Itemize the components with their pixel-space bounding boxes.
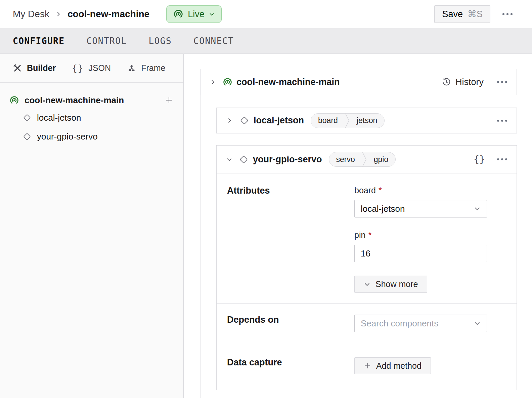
breadcrumb-chevron-icon xyxy=(55,11,61,17)
viam-signal-icon xyxy=(173,9,183,19)
component-diamond-icon xyxy=(23,132,31,141)
machine-part-title: cool-new-machine-main xyxy=(236,77,340,87)
collapse-chevron-icon[interactable] xyxy=(226,156,232,163)
component-card-your-gpio-servo: your-gpio-servo servo gpio {} Attributes… xyxy=(216,145,517,390)
attributes-section: Attributes board * local-jetson pin xyxy=(217,173,517,304)
data-capture-section: Data capture Add method xyxy=(217,345,517,390)
show-more-button[interactable]: Show more xyxy=(354,276,427,293)
chevron-down-icon xyxy=(209,11,215,17)
edit-json-braces-icon[interactable]: {} xyxy=(474,154,485,165)
mode-frame-label: Frame xyxy=(141,63,165,73)
tree-connector-line xyxy=(201,95,201,398)
braces-icon: {} xyxy=(72,63,84,73)
depends-on-select[interactable]: Search components xyxy=(354,315,487,332)
component-type-pill: board jetson xyxy=(311,113,385,128)
add-component-icon[interactable] xyxy=(164,95,174,105)
mode-json-label: JSON xyxy=(88,63,111,73)
component-name: local-jetson xyxy=(254,115,304,126)
main-tab-bar: CONFIGURE CONTROL LOGS CONNECT xyxy=(0,28,532,54)
tab-connect[interactable]: CONNECT xyxy=(193,36,234,46)
history-button-label: History xyxy=(455,77,484,87)
breadcrumb-machine-name: cool-new-machine xyxy=(68,9,149,19)
component-model: jetson xyxy=(350,116,384,125)
plus-icon xyxy=(364,362,371,369)
config-content: cool-new-machine-main History xyxy=(184,54,532,398)
builder-tools-icon xyxy=(13,64,22,73)
depends-on-heading: Depends on xyxy=(227,315,354,332)
chevron-down-icon xyxy=(474,205,481,212)
add-method-button[interactable]: Add method xyxy=(354,357,431,374)
component-card-local-jetson: local-jetson board jetson xyxy=(216,108,517,133)
component-card-header: your-gpio-servo servo gpio {} xyxy=(217,146,517,173)
pin-field-label: pin * xyxy=(354,230,371,240)
history-button[interactable]: History xyxy=(442,77,484,87)
breadcrumb-parent[interactable]: My Desk xyxy=(13,9,49,19)
component-diamond-icon xyxy=(23,114,31,122)
mode-builder-label: Builder xyxy=(27,63,56,73)
save-button[interactable]: Save ⌘S xyxy=(434,5,490,23)
chevron-down-icon xyxy=(474,320,481,327)
expand-chevron-icon[interactable] xyxy=(226,117,233,124)
board-select[interactable]: local-jetson xyxy=(354,200,487,217)
data-capture-heading: Data capture xyxy=(227,357,354,390)
tree-root-label: cool-new-machine-main xyxy=(25,95,124,106)
tab-logs[interactable]: LOGS xyxy=(148,36,172,46)
attributes-heading: Attributes xyxy=(227,186,354,293)
board-field-label: board * xyxy=(354,186,382,195)
depends-on-section: Depends on Search components xyxy=(217,304,517,345)
mode-json[interactable]: {} JSON xyxy=(72,63,111,73)
component-type-pill: servo gpio xyxy=(329,152,396,167)
save-button-label: Save xyxy=(442,9,463,19)
tree-child-label: local-jetson xyxy=(37,113,81,123)
add-method-label: Add method xyxy=(376,361,422,371)
live-badge-label: Live xyxy=(188,9,205,19)
component-model: gpio xyxy=(367,155,395,164)
tree-item-machine-main[interactable]: cool-new-machine-main xyxy=(9,92,174,108)
view-mode-toolbar: Builder {} JSON Frame xyxy=(0,54,183,83)
board-select-value: local-jetson xyxy=(361,204,405,214)
tree-item-local-jetson[interactable]: local-jetson xyxy=(9,108,174,127)
history-clock-icon xyxy=(442,77,451,87)
pill-divider-icon xyxy=(345,113,350,128)
expand-chevron-icon[interactable] xyxy=(210,79,216,85)
top-bar: My Desk cool-new-machine Live Save ⌘S xyxy=(0,0,532,28)
config-sidebar: Builder {} JSON Frame xyxy=(0,54,184,398)
required-asterisk: * xyxy=(368,230,371,240)
component-diamond-icon xyxy=(240,116,249,125)
machine-card-menu-icon[interactable] xyxy=(496,79,508,85)
frame-axes-icon xyxy=(127,64,136,73)
tab-configure[interactable]: CONFIGURE xyxy=(13,36,64,46)
pill-divider-icon xyxy=(362,152,367,167)
component-name: your-gpio-servo xyxy=(253,154,322,165)
component-type: board xyxy=(311,116,345,125)
mode-frame[interactable]: Frame xyxy=(127,63,165,73)
component-card-menu-icon[interactable] xyxy=(496,156,508,162)
component-type: servo xyxy=(329,155,362,164)
tree-child-label: your-gpio-servo xyxy=(37,131,98,142)
component-diamond-icon xyxy=(239,155,248,164)
viam-signal-icon xyxy=(9,95,19,105)
required-asterisk: * xyxy=(379,186,382,195)
pin-input[interactable] xyxy=(354,245,487,262)
component-card-menu-icon[interactable] xyxy=(496,118,508,124)
topbar-overflow-menu-icon[interactable] xyxy=(502,11,513,17)
viam-signal-icon xyxy=(223,77,232,87)
save-shortcut-hint: ⌘S xyxy=(468,9,483,19)
mode-builder[interactable]: Builder xyxy=(13,63,56,73)
show-more-label: Show more xyxy=(375,279,418,289)
depends-on-placeholder: Search components xyxy=(361,318,438,329)
live-status-dropdown[interactable]: Live xyxy=(166,5,222,23)
machine-part-card: cool-new-machine-main History xyxy=(201,69,517,95)
chevron-down-icon xyxy=(364,281,370,288)
tab-control[interactable]: CONTROL xyxy=(86,36,127,46)
tree-item-your-gpio-servo[interactable]: your-gpio-servo xyxy=(9,127,174,146)
component-tree: cool-new-machine-main local-jetson your-… xyxy=(0,83,183,146)
